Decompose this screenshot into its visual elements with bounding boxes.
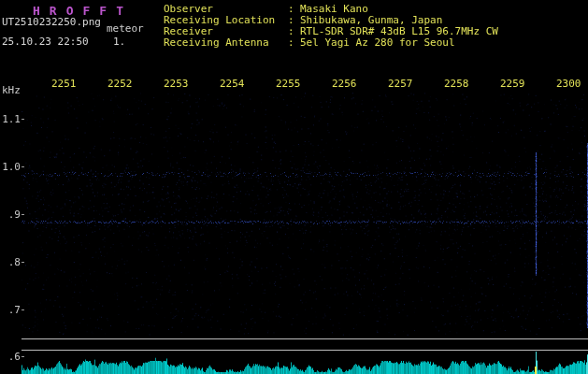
freq-tick-0-8: .8 <box>0 256 21 268</box>
time-tick-2253: 2253 <box>164 78 189 90</box>
info-colon: : <box>288 37 300 49</box>
mode-label: meteor <box>107 22 144 35</box>
output-filename: UT2510232250.png <box>2 16 101 28</box>
spectrogram-canvas <box>0 0 588 374</box>
time-tick-2252: 2252 <box>108 78 133 90</box>
time-tick-2258: 2258 <box>444 78 469 90</box>
echo-count-label: 1. <box>113 36 125 48</box>
time-tick-2256: 2256 <box>332 78 357 90</box>
station-info: Observer:Masaki Kano Receiving Location:… <box>164 4 498 49</box>
datetime-label: 25.10.23 22:50 <box>2 36 89 48</box>
time-tick-2254: 2254 <box>220 78 245 90</box>
time-tick-2259: 2259 <box>500 78 525 90</box>
time-tick-2300: 2300 <box>556 78 581 90</box>
time-tick-2251: 2251 <box>51 78 77 90</box>
info-label: Receiving Antenna <box>164 37 288 49</box>
freq-tick-0-6: .6 <box>0 351 21 363</box>
info-row-antenna: Receiving Antenna:5el Yagi Az 280 for Se… <box>164 37 498 49</box>
time-tick-2257: 2257 <box>388 78 413 90</box>
freq-tick-0-7: .7 <box>0 304 21 316</box>
freq-tick-1-1: 1.1 <box>0 113 21 125</box>
info-value: 5el Yagi Az 280 for Seoul <box>300 36 455 49</box>
freq-axis-unit: kHz <box>2 84 21 96</box>
hrofft-output-screen: HROFFT UT2510232250.png meteor 25.10.23 … <box>0 0 588 374</box>
freq-tick-0-9: .9 <box>0 209 21 221</box>
time-tick-2255: 2255 <box>276 78 301 90</box>
freq-tick-1-0: 1.0 <box>0 161 21 173</box>
